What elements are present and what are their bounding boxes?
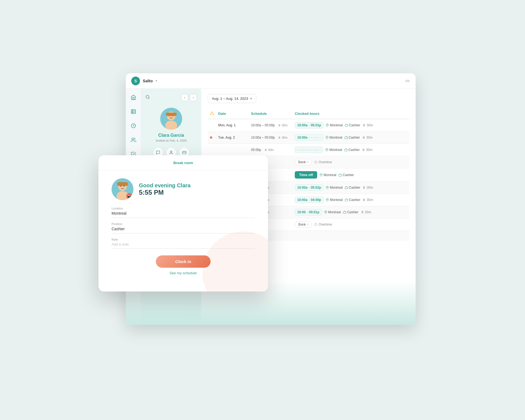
schedule-cell: 10:00a – 05:00p ⏸ 30m [249,119,293,132]
clocked-cell: 10:00 - 05:01p Montreal [293,206,409,218]
clocked-cell: 10:00a - 04:00p Montreal [293,194,409,206]
col-date: Date [216,109,249,119]
location-field: Location Montreal [112,207,255,218]
current-time: 5:55 PM [139,189,191,196]
bank-badge: Bank ↑ [295,159,312,165]
brand-dropdown-icon[interactable] [156,79,157,83]
clockin-avatar: 📷 [112,178,133,200]
greeting-text: Good evening Clara [139,182,191,189]
search-icon[interactable] [145,95,150,100]
schedule-cell: 05:00p ⏸ 30m [249,144,293,156]
svg-point-23 [326,149,327,150]
schedule-cell: 10:00a – 05:00p ⏸ 30m [249,132,293,144]
panel-search-bar: ‹ › [145,94,197,101]
date-cell: Mon. Aug. 1 [216,119,249,132]
clockin-user-row: 📷 Good evening Clara 5:55 PM [112,178,255,200]
employee-invite-date: Invited on Feb. 4, 2020 [156,139,187,142]
date-range-chevron-icon: ▾ [250,97,252,101]
note-input[interactable]: Add a note [112,242,255,249]
svg-point-5 [132,138,134,140]
overtime-badge: Overtime [314,160,332,164]
date-cell [216,144,249,156]
clockin-greeting: Good evening Clara 5:55 PM [139,182,191,196]
svg-point-32 [327,199,328,200]
date-range-picker[interactable]: Aug. 1 – Aug. 14, 2023 ▾ [208,94,256,103]
svg-rect-33 [345,199,348,201]
employee-name: Clara Garcia [158,133,184,138]
prev-employee-button[interactable]: ‹ [181,94,188,101]
header-right: As: [406,79,410,83]
svg-rect-35 [343,212,346,214]
svg-rect-44 [117,182,128,186]
brand-avatar: S [131,77,140,85]
svg-point-19 [327,125,328,126]
sidebar-item-time[interactable] [129,121,138,130]
alert-cell [208,119,216,132]
position-field: Position Cashier [112,222,255,234]
clockin-room-label: Break room [98,155,268,171]
see-schedule-link[interactable]: See my schedule [112,271,255,275]
svg-point-34 [325,212,326,212]
position-label: Position [112,222,255,226]
sidebar-item-team[interactable] [129,136,138,144]
overtime-badge: Overtime [314,223,332,226]
svg-rect-24 [345,149,347,151]
clocked-cell: 10:00a - – –:– – Montreal [293,132,409,144]
sidebar-item-schedule[interactable] [129,107,138,116]
clocked-cell: – –:– – - – –:– – Montreal [293,144,409,156]
note-field: Note Add a note [112,238,255,249]
position-value[interactable]: Cashier [112,227,255,234]
employee-avatar [160,108,182,130]
brand-name: Salto [143,78,153,83]
time-off-badge: Time off [295,171,317,179]
svg-rect-13 [166,113,177,116]
clocked-cell: Time off Montreal Cashier [293,168,409,182]
col-clocked: Clocked hours [293,109,409,119]
alert-cell [208,144,216,156]
clockin-window: Break room 📷 Good evenin [98,155,268,291]
svg-rect-31 [345,187,348,189]
svg-rect-22 [345,137,348,139]
clocked-cell: 10:00a - 05:02p Montreal [293,182,409,194]
svg-line-7 [148,98,149,99]
svg-rect-0 [131,110,135,114]
svg-point-28 [321,174,322,175]
alert-cell [208,132,216,144]
date-range-label: Aug. 1 – Aug. 14, 2023 [212,97,248,101]
svg-rect-15 [182,151,186,154]
camera-icon: 📷 [126,193,132,199]
svg-point-14 [170,151,172,152]
table-row: Mon. Aug. 1 10:00a – 05:00p ⏸ 30m 10:00a… [208,119,409,132]
svg-point-21 [327,137,328,138]
sidebar-item-home[interactable] [129,93,138,102]
table-row: Tue. Aug. 2 10:00a – 05:00p ⏸ 30m 10:00a… [208,132,409,144]
next-employee-button[interactable]: › [190,94,197,101]
svg-point-6 [146,95,149,98]
svg-rect-20 [345,125,348,127]
col-alert [208,109,216,119]
clocked-cell: 10:00a - 05:01p Montreal [293,119,409,132]
clockin-body: 📷 Good evening Clara 5:55 PM Location Mo… [98,171,268,283]
svg-point-30 [327,187,328,188]
clock-in-button[interactable]: Clock in [156,255,211,268]
bank-badge: Bank ↑ [295,221,312,228]
app-header: S Salto As: [126,73,416,89]
location-label: Location [112,207,255,210]
col-schedule: Schedule [249,109,293,119]
location-value[interactable]: Montreal [112,211,255,218]
note-label: Note [112,238,255,241]
clocked-cell: Bank ↑ Overtime [293,156,409,168]
clocked-cell: Bank ↑ Overtime [293,218,409,231]
date-cell: Tue. Aug. 2 [216,132,249,144]
table-row: 05:00p ⏸ 30m – –:– – - – –:– – [208,144,409,156]
svg-rect-29 [339,174,342,176]
alert-dot [210,136,212,139]
